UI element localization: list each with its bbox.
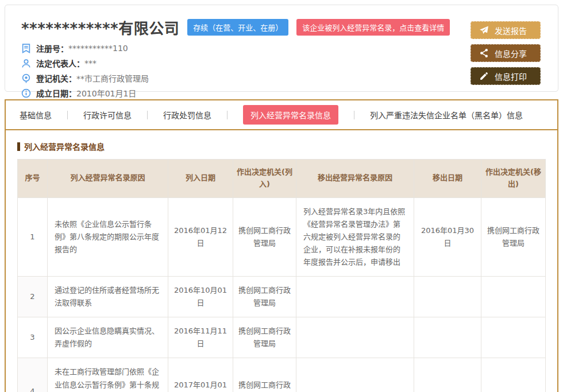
tab-blacklist[interactable]: 列入严重违法失信企业名单（黑名单）信息 — [370, 109, 523, 121]
cell-removal-reason — [296, 317, 414, 358]
field-label: 法定代表人： — [36, 57, 84, 69]
cell-removal-authority — [481, 277, 546, 317]
share-icon — [479, 48, 489, 58]
field-label: 成立日期： — [36, 87, 76, 99]
cell-listing-authority: 携创网工商行政管理局 — [233, 317, 296, 358]
cell-listing-date: 2016年01月12日 — [168, 197, 233, 276]
table-row: 2 通过登记的住所或者经营场所无法取得联系 2016年10月01日 携创网工商行… — [18, 277, 546, 317]
cell-seq: 3 — [18, 317, 48, 358]
cell-listing-date: 2017年01月01日 — [168, 358, 233, 392]
table-row: 1 未依照《企业信息公示暂行条例》第八条规定的期限公示年度报告的 2016年01… — [18, 197, 546, 276]
location-icon — [21, 73, 31, 83]
col-header-listing-reason: 列入经营异常名录原因 — [48, 160, 168, 198]
tab-basic-info[interactable]: 基础信息 — [20, 109, 52, 121]
section-marker — [17, 142, 20, 151]
field-registration-authority: 登记机关： **市工商行政管理局 — [21, 72, 542, 84]
send-report-button[interactable]: 发送报告 — [471, 21, 541, 39]
abnormal-operations-table: 序号 列入经营异常名录原因 列入日期 作出决定机关(列入) 移出经营异常名录原因… — [17, 159, 546, 392]
cell-listing-authority: 携创网工商行政管理局 — [233, 277, 296, 317]
cell-seq: 1 — [18, 197, 48, 276]
cell-listing-reason: 未依照《企业信息公示暂行条例》第八条规定的期限公示年度报告的 — [48, 197, 168, 276]
col-header-removal-authority: 作出决定机关(移出) — [481, 160, 546, 198]
page: ************有限公司 存续（在营、开业、在册） 该企业被列入经营异常… — [0, 0, 563, 392]
cell-removal-reason — [296, 358, 414, 392]
pencil-icon — [479, 71, 489, 81]
cell-removal-authority — [481, 317, 546, 358]
person-icon — [21, 59, 31, 68]
print-info-button[interactable]: 信息打印 — [471, 67, 541, 85]
cell-listing-authority: 携创网工商行政管理局 — [233, 197, 296, 276]
info-icon — [21, 88, 31, 98]
action-buttons: 发送报告 信息分享 信息打印 — [471, 21, 541, 90]
main-panel: 基础信息 行政许可信息 行政处罚信息 列入经营异常名录信息 列入严重违法失信企业… — [5, 99, 558, 392]
tab-divider — [227, 111, 227, 119]
table-row: 3 因公示企业信息隐瞒真实情况、弄虚作假的 2016年11月11日 携创网工商行… — [18, 317, 546, 358]
field-value: *** — [84, 59, 97, 68]
cell-seq: 2 — [18, 277, 48, 317]
tab-bar: 基础信息 行政许可信息 行政处罚信息 列入经营异常名录信息 列入严重违法失信企业… — [6, 100, 557, 130]
cell-removal-reason — [296, 277, 414, 317]
col-header-removal-reason: 移出经营异常名录原因 — [296, 160, 414, 198]
tab-divider — [354, 111, 354, 119]
company-name: ************有限公司 — [21, 17, 179, 38]
field-establishment-date: 成立日期： 2010年01月1日 — [21, 87, 542, 99]
field-value: ***********110 — [68, 44, 128, 53]
field-label: 注册号： — [36, 42, 68, 54]
tab-administrative-penalty[interactable]: 行政处罚信息 — [163, 109, 211, 121]
tab-administrative-license[interactable]: 行政许可信息 — [83, 109, 132, 121]
button-label: 信息打印 — [495, 71, 527, 82]
cell-seq: 4 — [18, 358, 48, 392]
cell-removal-date — [414, 277, 481, 317]
cell-listing-authority: 携创网工商行政管理局 — [233, 358, 296, 392]
cell-removal-authority — [481, 358, 546, 392]
tab-abnormal-operations[interactable]: 列入经营异常名录信息 — [243, 105, 338, 125]
cell-removal-authority: 携创网工商行政管理局 — [481, 197, 546, 276]
col-header-listing-date: 列入日期 — [168, 160, 233, 198]
section-title-text: 列入经营异常名录信息 — [24, 141, 105, 152]
cell-listing-reason: 通过登记的住所或者经营场所无法取得联系 — [48, 277, 168, 317]
field-legal-representative: 法定代表人： *** — [21, 57, 542, 69]
tab-content: 列入经营异常名录信息 序号 列入经营异常名录原因 列入日期 作出决定机关(列入)… — [6, 130, 557, 392]
col-header-listing-authority: 作出决定机关(列入) — [233, 160, 296, 198]
cell-listing-date: 2016年11月11日 — [168, 317, 233, 358]
table-header-row: 序号 列入经营异常名录原因 列入日期 作出决定机关(列入) 移出经营异常名录原因… — [18, 160, 546, 198]
cell-removal-date — [414, 317, 481, 358]
cell-removal-reason: 列入经营异常名录3年内且依照《经营异常名录管理办法》第六规定被列入经营异常名录的… — [296, 197, 414, 276]
tab-divider — [67, 111, 68, 119]
col-header-removal-date: 移出日期 — [414, 160, 481, 198]
col-header-seq: 序号 — [18, 160, 48, 198]
field-value: **市工商行政管理局 — [76, 72, 149, 84]
cell-removal-date — [414, 358, 481, 392]
button-label: 发送报告 — [495, 25, 527, 36]
cell-listing-reason: 因公示企业信息隐瞒真实情况、弄虚作假的 — [48, 317, 168, 358]
field-label: 登记机关： — [36, 72, 76, 84]
certificate-icon — [21, 44, 31, 53]
section-title: 列入经营异常名录信息 — [17, 141, 546, 152]
status-badge: 存续（在营、开业、在册） — [187, 19, 288, 36]
send-icon — [479, 25, 489, 35]
abnormal-alert-badge[interactable]: 该企业被列入经营异常名录，点击查看详情 — [296, 19, 450, 36]
table-row: 4 未在工商行政管理部门依照《企业信息公示暂行条例》第十条规定责令的期限内公示有… — [18, 358, 546, 392]
company-header-card: ************有限公司 存续（在营、开业、在册） 该企业被列入经营异常… — [5, 5, 558, 92]
field-registration-number: 注册号： ***********110 — [21, 42, 542, 54]
field-value: 2010年01月1日 — [76, 87, 136, 99]
share-info-button[interactable]: 信息分享 — [471, 44, 541, 62]
button-label: 信息分享 — [495, 48, 527, 59]
cell-listing-date: 2016年10月01日 — [168, 277, 233, 317]
cell-removal-date: 2016年01月30日 — [414, 197, 481, 276]
tab-divider — [147, 111, 148, 119]
cell-listing-reason: 未在工商行政管理部门依照《企业信息公示暂行条例》第十条规定责令的期限内公示有关企… — [48, 358, 168, 392]
